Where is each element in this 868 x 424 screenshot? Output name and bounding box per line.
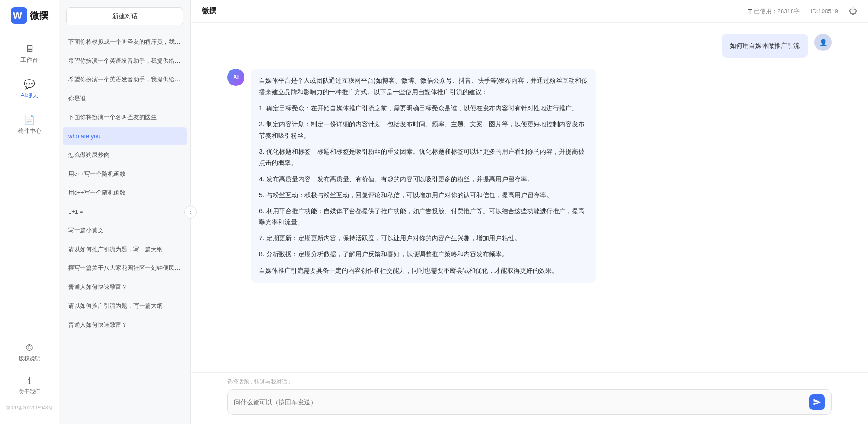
input-area: 选择话题，快速与我对话： (191, 372, 868, 424)
ai-message-bubble: 自媒体平台是个人或团队通过互联网平台(如博客、微博、微信公众号、抖音、快手等)发… (251, 69, 596, 283)
nav-bottom: © 版权说明 ℹ 关于我们 京ICP备2022015948号 (0, 337, 59, 413)
sidebar-item-label: 稿件中心 (18, 127, 41, 135)
send-button[interactable] (809, 394, 825, 410)
input-box (227, 389, 832, 415)
chat-list-item[interactable]: 希望你扮演一个英语发音助手，我提供给你... (63, 52, 187, 70)
sidebar: W 微撰 🖥 工作台 💬 AI聊天 📄 稿件中心 © 版权说明 ℹ 关于我们 京… (0, 0, 59, 424)
chat-list-item[interactable]: 普通人如何快速致富？ (63, 316, 187, 334)
id-label: ID:100519 (811, 8, 838, 15)
page-title: 微撰 (202, 6, 216, 16)
chat-list-item[interactable]: 普通人如何快速致富？ (63, 278, 187, 296)
ai-avatar: AI (227, 69, 244, 86)
sidebar-item-workbench[interactable]: 🖥 工作台 (4, 38, 55, 70)
logo-area: W 微撰 (6, 7, 53, 24)
sidebar-item-aichat[interactable]: 💬 AI聊天 (4, 73, 55, 105)
chat-list-item[interactable]: 下面你将模拟成一个叫圣友的程序员，我说... (63, 33, 187, 51)
chat-list-item[interactable]: 用c++写一个随机函数 (63, 165, 187, 183)
sidebar-item-label: 工作台 (20, 56, 38, 64)
chat-list-item[interactable]: 请以如何推广引流为题，写一篇大纲 (63, 297, 187, 315)
chat-list-item[interactable]: 撰写一篇关于八大家花园社区一刻钟便民生... (63, 259, 187, 277)
chat-list-item[interactable]: 怎么做狗屎炒肉 (63, 146, 187, 164)
drafts-icon: 📄 (24, 114, 35, 125)
sidebar-item-label: 版权说明 (19, 355, 40, 363)
collapse-button[interactable]: ‹ (184, 206, 197, 219)
user-avatar: 👤 (814, 34, 832, 51)
ai-message-paragraph: 自媒体推广引流需要具备一定的内容创作和社交能力，同时也需要不断尝试和优化，才能取… (259, 265, 588, 276)
svg-text:W: W (13, 10, 22, 21)
user-message-bubble: 如何用自媒体做推广引流 (722, 34, 808, 58)
nav-items: 🖥 工作台 💬 AI聊天 📄 稿件中心 (0, 38, 59, 337)
ai-message-paragraph: 2. 制定内容计划：制定一份详细的内容计划，包括发布时间、频率、主题、文案、图片… (259, 119, 588, 141)
chat-list-item[interactable]: 写一篇小黄文 (63, 221, 187, 239)
ai-message-paragraph: 自媒体平台是个人或团队通过互联网平台(如博客、微博、微信公众号、抖音、快手等)发… (259, 75, 588, 98)
chat-list-item[interactable]: 下面你将扮演一个名叫圣友的医生 (63, 108, 187, 126)
chat-messages: 如何用自媒体做推广引流 👤 AI 自媒体平台是个人或团队通过互联网平台(如博客、… (191, 23, 868, 372)
logo-icon: W (11, 7, 27, 24)
chat-list-item[interactable]: 希望你扮演一个英语发音助手，我提供给你... (63, 70, 187, 89)
middle-panel: 新建对话 下面你将模拟成一个叫圣友的程序员，我说...希望你扮演一个英语发音助手… (59, 0, 191, 424)
copyright-icon: © (26, 343, 33, 353)
aichat-icon: 💬 (24, 79, 35, 90)
send-icon (813, 398, 821, 406)
about-icon: ℹ (28, 375, 31, 386)
top-bar: 微撰 T 已使用：28318字 ID:100519 ⏻ (191, 0, 868, 23)
quick-topics-label: 选择话题，快速与我对话： (227, 378, 832, 386)
sidebar-item-label: AI聊天 (20, 91, 38, 100)
ai-message-paragraph: 3. 优化标题和标签：标题和标签是吸引粉丝的重要因素。优化标题和标签可以让更多的… (259, 146, 588, 169)
message-row-user: 如何用自媒体做推广引流 👤 (227, 34, 832, 58)
icp-text: 京ICP备2022015948号 (0, 403, 59, 413)
usage-info: T 已使用：28318字 (748, 7, 800, 15)
chat-list-item[interactable]: who are you (63, 127, 187, 145)
usage-label: 已使用：28318字 (754, 7, 800, 15)
chat-list-item[interactable]: 1+1＝ (63, 203, 187, 221)
ai-message-paragraph: 1. 确定目标受众：在开始自媒体推广引流之前，需要明确目标受众是谁，以便在发布内… (259, 103, 588, 114)
ai-message-paragraph: 8. 分析数据：定期分析数据，了解用户反馈和喜好，以便调整推广策略和内容发布频率… (259, 249, 588, 260)
new-chat-button[interactable]: 新建对话 (66, 7, 183, 25)
chat-list-item[interactable]: 请以如何推广引流为题，写一篇大纲 (63, 240, 187, 259)
power-icon[interactable]: ⏻ (849, 6, 857, 16)
ai-message-paragraph: 4. 发布高质量内容：发布高质量、有价值、有趣的内容可以吸引更多的粉丝，并提高用… (259, 174, 588, 185)
ai-message-paragraph: 7. 定期更新：定期更新内容，保持活跃度，可以让用户对你的内容产生兴趣，增加用户… (259, 233, 588, 244)
chat-input[interactable] (234, 399, 805, 406)
sidebar-item-copyright[interactable]: © 版权说明 (4, 337, 55, 368)
usage-icon: T (748, 8, 752, 15)
app-name: 微撰 (30, 10, 48, 22)
chat-list-item[interactable]: 用c++写一个随机函数 (63, 184, 187, 202)
workbench-icon: 🖥 (25, 44, 34, 54)
sidebar-item-drafts[interactable]: 📄 稿件中心 (4, 109, 55, 140)
sidebar-item-label: 关于我们 (19, 388, 40, 396)
chat-list: 下面你将模拟成一个叫圣友的程序员，我说...希望你扮演一个英语发音助手，我提供给… (59, 33, 190, 424)
ai-message-paragraph: 5. 与粉丝互动：积极与粉丝互动，回复评论和私信，可以增加用户对你的认可和信任，… (259, 190, 588, 201)
user-message-text: 如何用自媒体做推广引流 (730, 42, 800, 49)
main-area: 微撰 T 已使用：28318字 ID:100519 ⏻ 如何用自媒体做推广引流 … (191, 0, 868, 424)
sidebar-item-about[interactable]: ℹ 关于我们 (4, 370, 55, 401)
ai-message-paragraph: 6. 利用平台推广功能：自媒体平台都提供了推广功能，如广告投放、付费推广等。可以… (259, 205, 588, 228)
chat-list-item[interactable]: 你是谁 (63, 90, 187, 108)
message-row-ai: AI 自媒体平台是个人或团队通过互联网平台(如博客、微博、微信公众号、抖音、快手… (227, 69, 832, 283)
top-bar-right: T 已使用：28318字 ID:100519 ⏻ (748, 6, 857, 16)
